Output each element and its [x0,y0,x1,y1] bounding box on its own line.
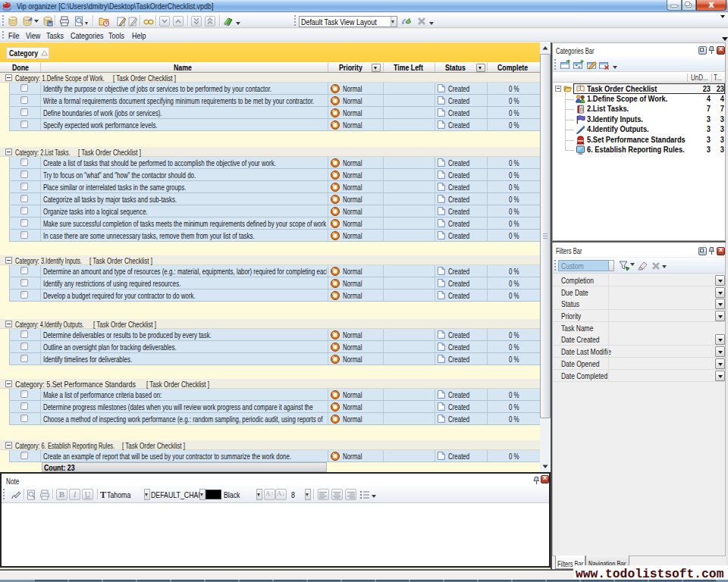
svg-text:5: 5 [581,108,582,111]
